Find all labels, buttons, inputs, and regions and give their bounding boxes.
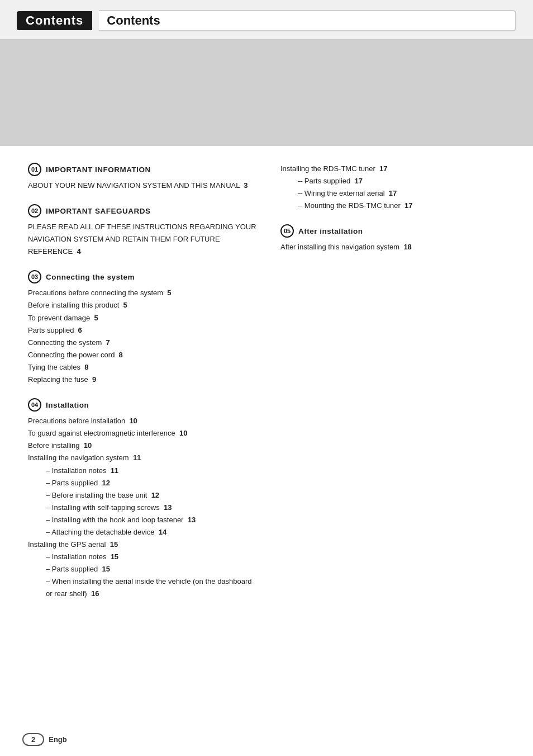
section-05: 05 After installation After installing t… (280, 224, 511, 253)
image-placeholder (0, 40, 533, 146)
page-num: 4 (77, 247, 80, 256)
toc-content: 01 IMPORTANT INFORMATION ABOUT YOUR NEW … (0, 146, 533, 630)
toc-entry-sub-hook-loop: Installing with the hook and loop fasten… (28, 514, 258, 526)
section-01-badge: 01 (28, 163, 41, 176)
toc-entry-after-install: After installing this navigation system … (280, 241, 511, 253)
section-05-heading: After installation (298, 227, 363, 235)
toc-entry-sub-parts-rds: Parts supplied 17 (280, 175, 511, 187)
toc-entry: Before installing this product 5 (28, 299, 258, 311)
header-title: Contents (99, 10, 516, 31)
footer: 2 Engb (22, 733, 67, 746)
toc-entry-sub-parts-supplied-gps: Parts supplied 15 (28, 563, 258, 575)
header-black-label: Contents (17, 11, 92, 30)
toc-entry: Precautions before connecting the system… (28, 287, 258, 299)
toc-entry: Installing the navigation system 11 (28, 452, 258, 464)
toc-entry-sub-wiring-aerial: Wiring the external aerial 17 (280, 187, 511, 200)
section-03: 03 Connecting the system Precautions bef… (28, 270, 258, 386)
toc-entry: PLEASE READ ALL OF THESE INSTRUCTIONS RE… (28, 221, 258, 258)
page-num: 3 (244, 181, 248, 190)
section-02-title: 02 IMPORTANT SAFEGUARDS (28, 204, 258, 218)
toc-right-column: Installing the RDS-TMC tuner 17 Parts su… (280, 163, 511, 613)
page-number-badge: 2 (22, 733, 44, 746)
section-01-heading: IMPORTANT INFORMATION (46, 166, 151, 174)
toc-entry-rds: Installing the RDS-TMC tuner 17 (280, 163, 511, 175)
toc-entry: Installing the GPS aerial 15 (28, 538, 258, 551)
section-01-title: 01 IMPORTANT INFORMATION (28, 163, 258, 176)
toc-entry-sub-self-tapping: Installing with self-tapping screws 13 (28, 502, 258, 514)
section-02-heading: IMPORTANT SAFEGUARDS (46, 207, 151, 215)
toc-entry: To guard against electromagnetic interfe… (28, 427, 258, 440)
toc-entry: To prevent damage 5 (28, 312, 258, 324)
toc-entry-connecting-system: Connecting the system 7 (28, 337, 258, 349)
section-02-badge: 02 (28, 204, 41, 218)
section-04-continued: Installing the RDS-TMC tuner 17 Parts su… (280, 163, 511, 212)
section-02: 02 IMPORTANT SAFEGUARDS PLEASE READ ALL … (28, 204, 258, 258)
header: Contents Contents (0, 0, 533, 40)
toc-entry: Precautions before installation 10 (28, 415, 258, 427)
toc-entry-sub-detachable: Attaching the detachable device 14 (28, 526, 258, 538)
toc-entry-power-cord: Connecting the power cord 8 (28, 349, 258, 361)
toc-left-column: 01 IMPORTANT INFORMATION ABOUT YOUR NEW … (28, 163, 258, 613)
section-05-title: 05 After installation (280, 224, 511, 238)
toc-entry-sub-mounting-rds: Mounting the RDS-TMC tuner 17 (280, 200, 511, 212)
section-04: 04 Installation Precautions before insta… (28, 398, 258, 600)
language-label: Engb (49, 735, 67, 744)
toc-entry-sub: Installation notes 11 (28, 465, 258, 477)
section-01: 01 IMPORTANT INFORMATION ABOUT YOUR NEW … (28, 163, 258, 192)
section-04-heading: Installation (46, 401, 89, 409)
section-03-badge: 03 (28, 270, 41, 284)
section-05-badge: 05 (280, 224, 294, 238)
toc-entry-sub: Installation notes 15 (28, 551, 258, 563)
toc-entry: Parts supplied 6 (28, 324, 258, 337)
page: Contents Contents 01 IMPORTANT INFORMATI… (0, 0, 533, 756)
toc-entry: Before installing 10 (28, 440, 258, 452)
toc-entry-tying-cables: Tying the cables 8 (28, 361, 258, 374)
toc-entry: ABOUT YOUR NEW NAVIGATION SYSTEM AND THI… (28, 179, 258, 192)
toc-entry-sub-before-base: Before installing the base unit 12 (28, 489, 258, 502)
section-03-heading: Connecting the system (46, 273, 135, 281)
section-04-title: 04 Installation (28, 398, 258, 412)
toc-entry-sub-parts-supplied: Parts supplied 12 (28, 477, 258, 489)
section-04-badge: 04 (28, 398, 41, 412)
section-03-title: 03 Connecting the system (28, 270, 258, 284)
toc-entry-sub-aerial-inside: When installing the aerial inside the ve… (28, 575, 258, 600)
toc-entry-replacing-fuse: Replacing the fuse 9 (28, 374, 258, 386)
